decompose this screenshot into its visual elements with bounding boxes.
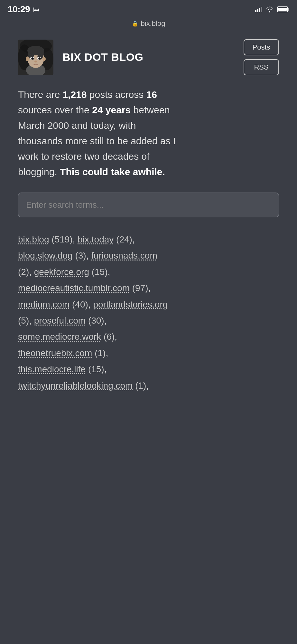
status-bar: 10:29 🛏 bbox=[0, 0, 297, 17]
source-item: blog.slow.dog (3), bbox=[18, 251, 91, 260]
sources-count: 16 bbox=[146, 89, 157, 100]
source-item: medium.com (40), bbox=[18, 299, 93, 309]
source-link-blog-slow-dog[interactable]: blog.slow.dog bbox=[18, 251, 73, 260]
closing-emphasis: This could take awhile. bbox=[60, 166, 165, 177]
source-item: theonetruebix.com (1), bbox=[18, 348, 108, 358]
source-item: (5), proseful.com (30), bbox=[18, 316, 107, 326]
source-link-portlandstories[interactable]: portlandstories.org bbox=[93, 299, 168, 309]
source-link-geekforce[interactable]: geekforce.org bbox=[34, 267, 89, 277]
nav-buttons: Posts RSS bbox=[244, 39, 279, 75]
source-link-bix-today[interactable]: bix.today bbox=[78, 234, 114, 244]
source-link-some-mediocre-work[interactable]: some.mediocre.work bbox=[18, 332, 101, 342]
wifi-icon bbox=[265, 6, 274, 13]
site-title-area: BIX DOT BLOG bbox=[62, 51, 235, 63]
source-count-bix-blog: (519) bbox=[51, 234, 72, 244]
source-count-blog-slow-dog: (3) bbox=[75, 251, 86, 260]
source-count-geekforce: (15) bbox=[92, 267, 108, 277]
source-count-this-mediocre-life: (15) bbox=[88, 364, 104, 374]
main-content: BIX DOT BLOG Posts RSS There are 1,218 p… bbox=[0, 33, 297, 407]
source-link-proseful[interactable]: proseful.com bbox=[34, 316, 86, 326]
posts-button[interactable]: Posts bbox=[244, 39, 279, 55]
address-bar: 🔒 bix.blog bbox=[0, 17, 297, 33]
address-url: bix.blog bbox=[141, 19, 165, 28]
svg-point-11 bbox=[42, 57, 46, 61]
source-count-mediocreautistic: (97) bbox=[132, 283, 148, 293]
source-count-theonetruebix: (1) bbox=[95, 348, 106, 358]
source-count-bix-today: (24) bbox=[116, 234, 132, 244]
source-link-this-mediocre-life[interactable]: this.mediocre.life bbox=[18, 364, 86, 374]
source-count-medium: (40) bbox=[72, 299, 88, 309]
source-link-medium[interactable]: medium.com bbox=[18, 299, 70, 309]
site-avatar bbox=[18, 40, 53, 75]
site-header: BIX DOT BLOG Posts RSS bbox=[18, 39, 279, 75]
svg-point-17 bbox=[39, 58, 41, 59]
site-description: There are 1,218 posts across 16 sources … bbox=[18, 87, 279, 180]
source-item: this.mediocre.life (15), bbox=[18, 364, 107, 374]
site-title: BIX DOT BLOG bbox=[62, 51, 235, 63]
source-item: some.mediocre.work (6), bbox=[18, 332, 117, 342]
source-link-mediocreautistic[interactable]: mediocreautistic.tumblr.com bbox=[18, 283, 130, 293]
source-item: (2), geekforce.org (15), bbox=[18, 267, 110, 277]
svg-point-10 bbox=[26, 57, 29, 61]
source-link-bix-blog[interactable]: bix.blog bbox=[18, 234, 49, 244]
source-item: bix.today (24), bbox=[78, 234, 135, 244]
source-link-furiousnads[interactable]: furiousnads.com bbox=[91, 251, 157, 260]
battery-icon bbox=[277, 6, 289, 12]
source-item: portlandstories.org bbox=[93, 299, 168, 309]
source-count-some-mediocre-work: (6) bbox=[104, 332, 115, 342]
status-time: 10:29 bbox=[8, 4, 30, 14]
svg-point-18 bbox=[34, 61, 37, 62]
source-item: twitchyunreliablelooking.com (1), bbox=[18, 381, 149, 391]
source-count-proseful: (30) bbox=[88, 316, 104, 326]
posts-count: 1,218 bbox=[62, 89, 87, 100]
sources-list: bix.blog (519), bix.today (24), blog.slo… bbox=[18, 232, 279, 394]
source-item: bix.blog (519), bbox=[18, 234, 78, 244]
lock-icon: 🔒 bbox=[132, 21, 138, 27]
source-link-twitchyunreliablelooking[interactable]: twitchyunreliablelooking.com bbox=[18, 381, 133, 391]
source-count-twitchyunreliablelooking: (1) bbox=[135, 381, 146, 391]
signal-bars-icon bbox=[255, 6, 262, 12]
search-container bbox=[18, 193, 279, 217]
svg-point-16 bbox=[32, 58, 33, 59]
search-input[interactable] bbox=[18, 193, 279, 217]
years-count: 24 years bbox=[92, 105, 131, 115]
bed-icon: 🛏 bbox=[33, 6, 40, 13]
svg-point-19 bbox=[32, 64, 39, 68]
rss-button[interactable]: RSS bbox=[244, 59, 279, 75]
status-icons bbox=[255, 6, 289, 13]
source-item: mediocreautistic.tumblr.com (97), bbox=[18, 283, 151, 293]
source-item: furiousnads.com bbox=[91, 251, 157, 260]
source-link-theonetruebix[interactable]: theonetruebix.com bbox=[18, 348, 92, 358]
